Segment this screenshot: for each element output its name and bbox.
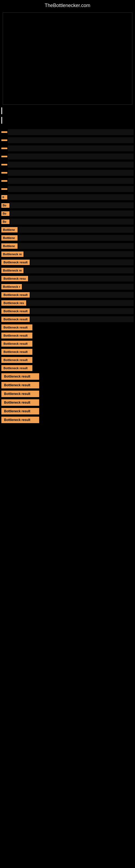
result-badge: Bottlene: [1, 227, 17, 232]
list-item: [1, 129, 134, 135]
result-badge: [1, 188, 7, 190]
list-item: [1, 170, 134, 176]
list-item: Bottleneck result: [1, 333, 134, 339]
list-item: [1, 186, 134, 192]
result-bar: [24, 268, 134, 273]
list-item: Bottleneck r: [1, 284, 134, 290]
result-badge: Bo: [1, 203, 9, 208]
list-item: Bottlene: [1, 243, 134, 249]
result-badge: Bottleneck result: [1, 341, 32, 347]
result-badge: Bottleneck result: [1, 308, 30, 314]
result-badge: Bottleneck result: [1, 349, 32, 355]
result-bar: [8, 170, 134, 176]
result-bar: [8, 137, 134, 143]
result-bar: [8, 178, 134, 184]
list-item: Bottlene: [1, 235, 134, 241]
list-item: Bo: [1, 211, 134, 216]
list-item: Bottleneck result: [1, 416, 134, 423]
result-badge: Bottleneck res: [1, 300, 26, 306]
result-bar: [8, 145, 134, 151]
result-bar: [30, 292, 134, 298]
result-bar: [29, 276, 134, 282]
result-badge: B: [1, 195, 7, 199]
result-badge: [1, 156, 7, 157]
result-bar: [10, 211, 134, 216]
result-badge: Bo: [1, 211, 9, 216]
list-item: Bottleneck result: [1, 308, 134, 314]
result-bar: [27, 300, 134, 306]
result-badge: Bottleneck result: [1, 357, 32, 363]
list-item: [1, 145, 134, 151]
white-bar-2: [1, 117, 2, 124]
list-item: Bottleneck result: [1, 349, 134, 355]
result-badge: Bottleneck result: [1, 259, 30, 265]
result-bar: [18, 227, 134, 233]
result-badge: Bottleneck re: [1, 251, 24, 257]
result-bar: [10, 203, 134, 208]
list-item: Bottleneck result: [1, 399, 134, 406]
result-bar: [30, 308, 134, 314]
chart-area: [3, 12, 132, 105]
results-container: BBoBoBoBottleneBottleneBottleneBottlenec…: [0, 126, 135, 428]
list-item: Bottleneck resu: [1, 276, 134, 282]
result-badge: Bottlene: [1, 243, 17, 249]
result-bar: [8, 154, 134, 159]
result-badge: Bottleneck re: [1, 268, 24, 273]
result-badge: Bottleneck result: [1, 408, 39, 414]
result-badge: [1, 164, 7, 165]
list-item: Bottleneck re: [1, 251, 134, 257]
result-badge: Bottleneck result: [1, 365, 32, 371]
result-bar: [8, 186, 134, 192]
site-title: TheBottlenecker.com: [0, 0, 135, 10]
result-bar: [8, 129, 134, 135]
list-item: Bottleneck result: [1, 391, 134, 397]
white-bar-1: [1, 107, 2, 114]
result-badge: Bottleneck result: [1, 399, 39, 406]
list-item: Bottleneck result: [1, 324, 134, 330]
result-bar: [18, 235, 134, 241]
result-badge: Bottleneck result: [1, 416, 39, 423]
list-item: Bottleneck result: [1, 373, 134, 380]
list-item: Bottleneck result: [1, 365, 134, 371]
list-item: Bottlene: [1, 227, 134, 233]
result-badge: Bottleneck result: [1, 316, 30, 322]
result-badge: Bottleneck r: [1, 284, 22, 289]
result-badge: [1, 180, 7, 182]
result-badge: Bottleneck result: [1, 324, 32, 330]
result-badge: [1, 172, 7, 174]
list-item: Bottleneck result: [1, 341, 134, 347]
result-bar: [30, 259, 134, 265]
result-badge: Bottleneck result: [1, 292, 30, 298]
list-item: [1, 178, 134, 184]
list-item: Bo: [1, 219, 134, 225]
result-badge: [1, 148, 7, 149]
result-badge: Bottleneck result: [1, 333, 32, 339]
list-item: Bottleneck result: [1, 357, 134, 363]
result-bar: [8, 162, 134, 167]
result-badge: Bottleneck result: [1, 373, 39, 380]
list-item: Bottleneck result: [1, 382, 134, 389]
result-bar: [22, 284, 134, 290]
result-badge: [1, 131, 7, 133]
result-bar: [10, 219, 134, 225]
list-item: Bottleneck res: [1, 300, 134, 306]
result-badge: Bottlene: [1, 235, 17, 241]
list-item: Bottleneck result: [1, 259, 134, 265]
list-item: Bo: [1, 203, 134, 208]
result-bar: [24, 251, 134, 257]
list-item: Bottleneck re: [1, 268, 134, 273]
result-badge: Bottleneck result: [1, 382, 39, 389]
result-badge: Bottleneck resu: [1, 276, 28, 281]
list-item: [1, 154, 134, 159]
list-item: Bottleneck result: [1, 408, 134, 414]
result-bar: [18, 243, 134, 249]
result-badge: [1, 140, 7, 141]
list-item: [1, 162, 134, 167]
list-item: [1, 137, 134, 143]
result-bar: [30, 316, 134, 322]
list-item: B: [1, 194, 134, 200]
result-badge: Bo: [1, 219, 9, 224]
list-item: Bottleneck result: [1, 316, 134, 322]
result-bar: [8, 194, 134, 200]
result-badge: Bottleneck result: [1, 391, 39, 397]
